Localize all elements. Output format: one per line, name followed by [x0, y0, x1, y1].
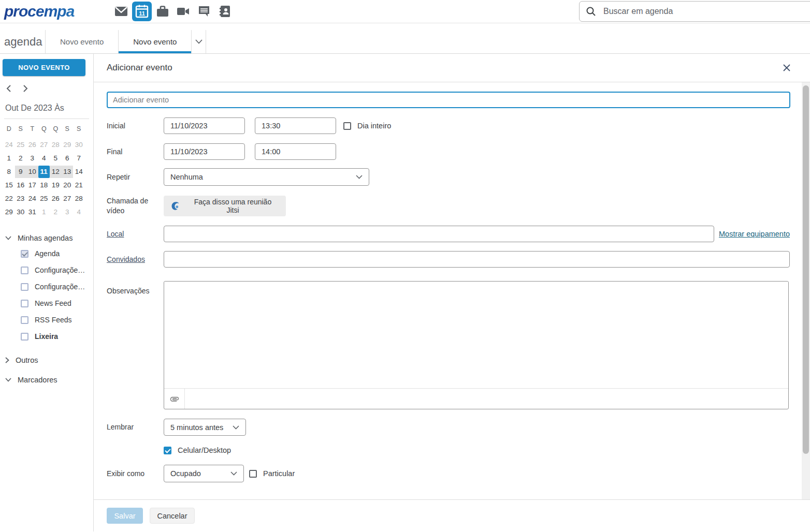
calendar-day[interactable]: 9	[15, 166, 27, 178]
calendar-day[interactable]: 19	[50, 179, 62, 191]
calendar-day[interactable]: 4	[73, 206, 85, 218]
section-markers[interactable]: Marcadores	[5, 376, 93, 384]
convidados-link[interactable]: Convidados	[107, 255, 145, 263]
calendar-day[interactable]: 27	[38, 139, 50, 151]
calendar-visibility-checkbox[interactable]	[21, 316, 28, 324]
calendar-day[interactable]: 8	[3, 166, 15, 178]
search-box[interactable]	[579, 1, 810, 22]
calendar-day[interactable]: 7	[73, 152, 85, 165]
calendar-day[interactable]: 25	[38, 193, 50, 205]
calendar-day[interactable]: 3	[26, 152, 38, 165]
event-title-input[interactable]	[107, 92, 790, 108]
notes-textarea[interactable]	[164, 282, 788, 388]
calendar-day[interactable]: 23	[15, 193, 27, 205]
scrollbar-thumb[interactable]	[803, 85, 809, 454]
mail-icon[interactable]	[111, 2, 131, 21]
tab-novo-evento-1[interactable]: Novo evento	[46, 30, 119, 53]
tab-menu-chevron-icon[interactable]	[192, 30, 206, 53]
calendar-day[interactable]: 14	[73, 166, 85, 178]
section-my-calendars[interactable]: Minhas agendas	[5, 234, 93, 242]
calendar-day-selected[interactable]: 11	[38, 166, 50, 178]
calendar-day[interactable]: 30	[15, 206, 27, 218]
calendar-day[interactable]: 31	[26, 206, 38, 218]
save-button[interactable]: Salvar	[107, 508, 143, 524]
attach-file-button[interactable]	[164, 389, 185, 409]
calendar-day[interactable]: 21	[73, 179, 85, 191]
attendees-input[interactable]	[164, 251, 790, 268]
tab-novo-evento-2[interactable]: Novo evento	[119, 30, 192, 53]
calendar-day[interactable]: 3	[62, 206, 74, 218]
calendar-day[interactable]: 28	[50, 139, 62, 151]
end-time-input[interactable]	[255, 143, 336, 160]
calendar-visibility-checkbox[interactable]	[21, 300, 28, 307]
calendar-list-item[interactable]: Lixeira	[0, 328, 93, 345]
close-icon[interactable]	[783, 64, 791, 72]
calendar-list-item[interactable]: Agenda	[0, 245, 93, 262]
calendar-day[interactable]: 1	[3, 152, 15, 165]
calendar-day[interactable]: 27	[62, 193, 74, 205]
show-equipment-link[interactable]: Mostrar equipamento	[719, 230, 790, 238]
calendar-day[interactable]: 15	[3, 179, 15, 191]
calendar-day[interactable]: 10	[26, 166, 38, 178]
calendar-day[interactable]: 2	[50, 206, 62, 218]
calendar-day[interactable]: 29	[62, 139, 74, 151]
start-date-input[interactable]	[164, 117, 245, 134]
local-link[interactable]: Local	[107, 230, 124, 238]
show-as-select[interactable]: Ocupado	[164, 465, 244, 482]
section-others[interactable]: Outros	[5, 356, 93, 364]
calendar-day[interactable]: 24	[3, 139, 15, 151]
calendar-day[interactable]: 26	[26, 139, 38, 151]
contacts-icon[interactable]	[215, 2, 235, 21]
calendar-visibility-checkbox[interactable]	[21, 333, 28, 341]
calendar-visibility-checkbox[interactable]	[21, 250, 28, 258]
calendar-day[interactable]: 26	[50, 193, 62, 205]
calendar-day[interactable]: 13	[62, 166, 74, 178]
video-icon[interactable]	[173, 2, 193, 21]
module-label: agenda	[0, 30, 46, 53]
jitsi-meeting-button[interactable]: Faça disso uma reunião Jitsi	[164, 196, 286, 216]
calendar-day[interactable]: 2	[15, 152, 27, 165]
calendar-day[interactable]: 12	[50, 166, 62, 178]
new-event-button[interactable]: NOVO EVENTO	[3, 59, 85, 76]
search-input[interactable]	[603, 7, 774, 16]
particular-checkbox[interactable]	[249, 470, 257, 478]
start-time-input[interactable]	[255, 117, 336, 134]
calendar-day[interactable]: 4	[38, 152, 50, 165]
calendar-day[interactable]: 28	[73, 193, 85, 205]
calendar-day[interactable]: 25	[15, 139, 27, 151]
prev-month-icon[interactable]	[5, 84, 13, 93]
repeat-select[interactable]: Nenhuma	[164, 168, 369, 186]
form-footer: Salvar Cancelar	[94, 499, 810, 531]
calendar-day[interactable]: 24	[26, 193, 38, 205]
reminder-select[interactable]: 5 minutos antes	[164, 419, 246, 436]
cancel-button[interactable]: Cancelar	[150, 508, 195, 524]
calendar-icon[interactable]: 11	[132, 2, 152, 21]
calendar-list-item[interactable]: RSS Feeds	[0, 312, 93, 328]
calendar-list-item[interactable]: Configuraçõe…	[0, 262, 93, 278]
calendar-day[interactable]: 16	[15, 179, 27, 191]
allday-checkbox[interactable]	[343, 122, 351, 130]
location-input[interactable]	[164, 226, 714, 242]
weekday-label: S	[73, 123, 85, 135]
calendar-visibility-checkbox[interactable]	[21, 267, 28, 274]
calendar-visibility-checkbox[interactable]	[21, 283, 28, 291]
calendar-name-label: Agenda	[35, 249, 60, 258]
calendar-day[interactable]: 6	[62, 152, 74, 165]
calendar-day[interactable]: 20	[62, 179, 74, 191]
celular-desktop-checkbox[interactable]	[164, 447, 171, 454]
briefcase-icon[interactable]	[153, 2, 172, 21]
calendar-day[interactable]: 1	[38, 206, 50, 218]
calendar-day[interactable]: 17	[26, 179, 38, 191]
calendar-day[interactable]: 5	[50, 152, 62, 165]
jitsi-button-label: Faça disso uma reunião Jitsi	[187, 198, 279, 214]
vertical-scrollbar[interactable]	[802, 82, 810, 499]
calendar-day[interactable]: 29	[3, 206, 15, 218]
next-month-icon[interactable]	[21, 84, 29, 93]
end-date-input[interactable]	[164, 143, 245, 160]
calendar-list-item[interactable]: Configuraçõe…	[0, 278, 93, 295]
calendar-day[interactable]: 22	[3, 193, 15, 205]
chat-icon[interactable]	[194, 2, 214, 21]
calendar-day[interactable]: 18	[38, 179, 50, 191]
calendar-list-item[interactable]: News Feed	[0, 295, 93, 312]
calendar-day[interactable]: 30	[73, 139, 85, 151]
